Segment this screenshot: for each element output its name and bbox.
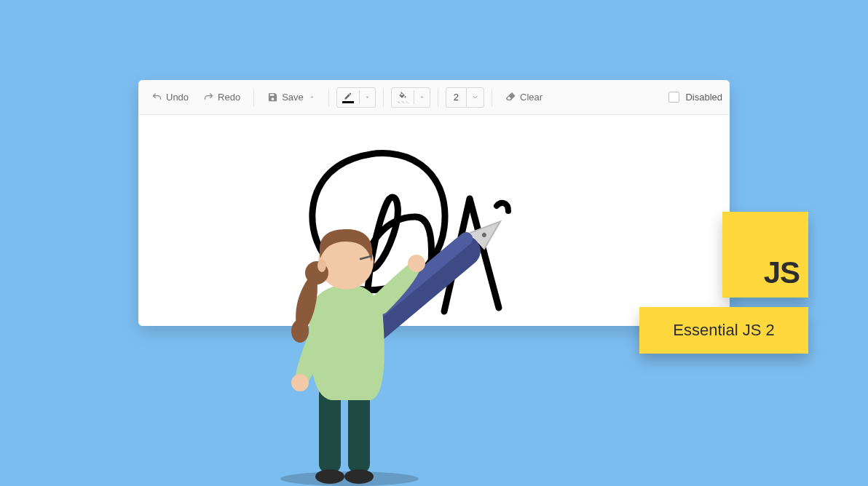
svg-point-14 — [291, 319, 309, 343]
fill-color-button[interactable] — [391, 87, 430, 108]
clear-label: Clear — [520, 92, 542, 103]
svg-point-15 — [317, 259, 326, 272]
toolbar-divider — [383, 89, 384, 106]
fill-color-dropdown[interactable] — [414, 90, 430, 104]
save-label: Save — [282, 92, 304, 103]
svg-point-8 — [315, 469, 344, 484]
pen-icon — [343, 92, 353, 100]
undo-label: Undo — [166, 92, 189, 103]
eraser-icon — [505, 92, 516, 103]
svg-point-11 — [291, 374, 309, 391]
undo-icon — [151, 92, 162, 103]
pen-color-swatch — [342, 101, 354, 103]
toolbar-divider — [253, 89, 254, 106]
disabled-label: Disabled — [685, 92, 722, 103]
save-icon — [267, 92, 278, 103]
toolbar-divider — [492, 89, 492, 106]
fill-color-main[interactable] — [392, 88, 414, 107]
pen-color-button[interactable] — [336, 87, 376, 108]
essential-js-text: Essential JS 2 — [673, 321, 774, 340]
redo-label: Redo — [218, 92, 240, 103]
essential-js-badge: Essential JS 2 — [639, 307, 808, 354]
undo-button[interactable]: Undo — [146, 88, 194, 106]
toolbar: Undo Redo Save — [138, 80, 730, 115]
chevron-down-icon — [466, 88, 484, 107]
svg-point-9 — [344, 469, 374, 484]
clear-button[interactable]: Clear — [500, 88, 548, 106]
save-button[interactable]: Save — [261, 88, 321, 106]
caret-down-icon — [309, 94, 315, 100]
stroke-width-value: 2 — [446, 92, 466, 103]
pen-color-main[interactable] — [337, 88, 359, 107]
js-badge-text: JS — [764, 255, 800, 290]
redo-icon — [203, 92, 214, 103]
character-illustration — [262, 189, 510, 486]
js-badge: JS — [722, 212, 808, 298]
toolbar-divider — [328, 89, 329, 106]
svg-point-10 — [408, 255, 425, 272]
fill-color-swatch — [397, 101, 409, 103]
pen-color-dropdown[interactable] — [359, 90, 375, 104]
redo-button[interactable]: Redo — [197, 88, 246, 106]
stroke-width-select[interactable]: 2 — [446, 87, 484, 108]
bucket-icon — [398, 92, 408, 100]
toolbar-divider — [438, 89, 438, 106]
disabled-toggle[interactable]: Disabled — [668, 92, 722, 103]
disabled-checkbox[interactable] — [668, 92, 679, 103]
